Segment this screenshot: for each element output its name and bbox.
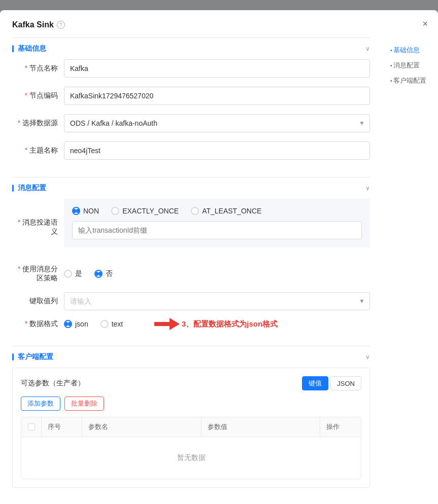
semantics-radio-group: NON EXACTLY_ONCE AT_LEAST_ [72,207,362,215]
basic-info-title: 基础信息 [12,44,46,53]
semantics-exactly-once[interactable]: EXACTLY_ONCE [111,207,179,215]
format-text[interactable]: text [100,320,123,328]
format-text-label: text [112,320,123,328]
key-column-wrapper: 请输入 ▼ [64,292,370,310]
action-bar: 添加参数 批量删除 [21,397,361,411]
semantics-at-least-once-label: AT_LEAST_ONCE [202,207,261,215]
client-config-section: 客户端配置 ∨ 可选参数（生产者） 键值 JSON [12,346,370,492]
node-code-label: 节点编码 [12,91,58,100]
json-btn[interactable]: JSON [330,376,361,390]
param-table: 序号 参数名 参数值 操作 暂无数据 [21,417,361,479]
right-nav: 基础信息 消息配置 客户端配置 [382,38,438,504]
nav-basic-info[interactable]: 基础信息 [390,46,430,55]
annotation-3: 3、配置数据格式为json格式 [154,318,278,330]
svg-marker-2 [154,318,180,330]
topic-label: 主题名称 [12,146,58,155]
key-value-btn[interactable]: 键值 [302,376,328,390]
format-json-radio[interactable] [64,320,72,328]
partition-label: 使用消息分区策略 [12,265,58,283]
basic-info-header[interactable]: 基础信息 ∨ [12,38,370,59]
nav-client-config[interactable]: 客户端配置 [390,76,430,85]
topic-input[interactable] [64,141,370,160]
client-config-header[interactable]: 客户端配置 ∨ [12,346,370,368]
key-column-row: 键取值列 请输入 ▼ [12,292,370,310]
transaction-input[interactable] [72,221,362,239]
client-config-content: 可选参数（生产者） 键值 JSON 添加参数 批量删除 [12,368,370,492]
table-empty: 暂无数据 [21,437,361,479]
semantics-box: NON EXACTLY_ONCE AT_LEAST_ [64,199,370,247]
param-header: 可选参数（生产者） 键值 JSON [21,376,361,390]
param-title: 可选参数（生产者） [21,379,85,388]
modal-body: 基础信息 ∨ 节点名称 节点编码 [0,38,438,504]
node-name-label: 节点名称 [12,64,58,73]
table-header: 序号 参数名 参数值 操作 [21,417,361,437]
semantics-label: 消息投递语义 [12,218,58,236]
col-value: 参数值 [201,417,321,437]
data-format-radio-group: json text [64,320,123,328]
data-source-label: 选择数据源 [12,119,58,128]
data-source-select[interactable]: ODS / Kafka / kafka-noAuth [64,114,370,132]
data-format-row: 数据格式 json text [12,319,370,329]
format-text-radio[interactable] [100,320,109,328]
help-icon[interactable]: ? [57,21,65,29]
basic-info-chevron: ∨ [365,45,370,52]
message-config-title: 消息配置 [12,184,46,193]
node-name-row: 节点名称 [12,59,370,78]
view-toggle: 键值 JSON [302,376,361,390]
partition-no[interactable]: 否 [94,269,113,278]
semantics-at-least-once[interactable]: AT_LEAST_ONCE [191,207,261,215]
close-button[interactable]: × [422,19,428,28]
message-config-section: 消息配置 ∨ 消息投递语义 [12,177,370,342]
partition-yes[interactable]: 是 [64,269,82,278]
arrow-3-icon [154,318,180,330]
key-column-label: 键取值列 [12,297,58,306]
client-inner: 可选参数（生产者） 键值 JSON 添加参数 批量删除 [12,368,370,488]
col-seq: 序号 [42,417,82,437]
semantics-wrapper: NON EXACTLY_ONCE AT_LEAST_ [64,199,370,256]
topic-row: 主题名称 2、配置主题名称 [12,141,370,160]
nav-message-config[interactable]: 消息配置 [390,61,430,70]
semantics-non-radio[interactable] [72,207,80,215]
semantics-exactly-once-label: EXACTLY_ONCE [122,207,179,215]
message-config-header[interactable]: 消息配置 ∨ [12,177,370,199]
node-code-row: 节点编码 [12,87,370,105]
partition-radio-group: 是 否 [64,269,113,278]
client-config-chevron: ∨ [365,353,370,361]
modal-title: Kafka Sink [12,20,54,29]
message-config-content: 消息投递语义 NON [12,199,370,342]
main-content: 基础信息 ∨ 节点名称 节点编码 [0,38,382,504]
semantics-at-least-once-radio[interactable] [191,207,199,215]
partition-row: 使用消息分区策略 是 否 [12,265,370,283]
kafka-sink-modal: Kafka Sink ? × 基础信息 ∨ 节点名称 [0,10,438,504]
add-param-btn[interactable]: 添加参数 [21,397,60,411]
header-checkbox[interactable] [28,423,35,430]
node-code-input[interactable] [64,87,370,105]
col-checkbox [21,417,42,437]
format-json[interactable]: json [64,320,88,328]
partition-no-radio[interactable] [94,270,103,278]
semantics-row: 消息投递语义 NON [12,199,370,256]
key-column-select[interactable]: 请输入 [64,292,370,310]
node-name-input[interactable] [64,59,370,78]
partition-no-label: 否 [106,269,113,278]
basic-info-section: 基础信息 ∨ 节点名称 节点编码 [12,38,370,173]
basic-info-content: 节点名称 节点编码 选择数据源 [12,59,370,173]
modal-header: Kafka Sink ? × [0,10,438,38]
col-action: 操作 [320,417,361,437]
message-config-chevron: ∨ [365,185,370,192]
semantics-non[interactable]: NON [72,207,99,215]
partition-yes-label: 是 [75,269,82,278]
data-source-row: 选择数据源 ODS / Kafka / kafka-noAuth ▼ [12,114,370,132]
semantics-non-label: NON [83,207,99,215]
data-source-select-wrapper: ODS / Kafka / kafka-noAuth ▼ [64,114,370,132]
annotation-3-text: 3、配置数据格式为json格式 [182,319,278,329]
partition-yes-radio[interactable] [64,270,72,278]
batch-delete-btn[interactable]: 批量删除 [64,397,104,411]
client-config-title: 客户端配置 [12,352,53,362]
col-name: 参数名 [82,417,201,437]
format-json-label: json [75,320,88,328]
data-format-label: 数据格式 [12,319,58,329]
semantics-exactly-once-radio[interactable] [111,207,119,215]
